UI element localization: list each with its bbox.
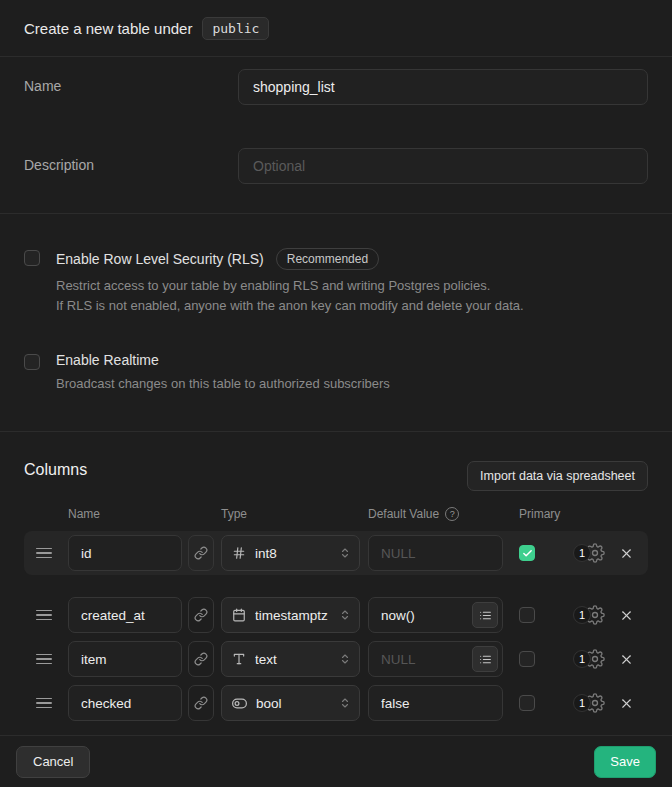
default-value-list-icon[interactable] xyxy=(472,646,498,672)
column-name-input[interactable] xyxy=(68,641,182,677)
hash-icon xyxy=(232,546,246,560)
rls-label: Enable Row Level Security (RLS) xyxy=(56,251,264,267)
drag-handle-icon[interactable] xyxy=(36,548,52,559)
dialog-title: Create a new table under xyxy=(24,20,192,37)
table-row: int8 1 xyxy=(24,531,648,575)
columns-table-header: Name Type Default Value ? Primary xyxy=(24,507,648,521)
column-type-select[interactable]: timestamptz xyxy=(221,597,360,633)
drag-handle-icon[interactable] xyxy=(36,698,52,709)
dialog-header: Create a new table under public xyxy=(0,0,672,57)
columns-section: Columns Import data via spreadsheet Name… xyxy=(0,432,672,735)
primary-key-checkbox[interactable] xyxy=(519,695,535,711)
column-default-input xyxy=(368,535,503,571)
column-type-value: text xyxy=(255,652,330,667)
primary-key-checkbox[interactable] xyxy=(519,545,535,561)
table-row: bool 1 xyxy=(24,681,648,725)
column-name-input[interactable] xyxy=(68,535,182,571)
realtime-description: Broadcast changes on this table to autho… xyxy=(56,374,390,394)
calendar-icon xyxy=(232,608,246,622)
column-type-select[interactable]: int8 xyxy=(221,535,360,571)
rls-toggle-group: Enable Row Level Security (RLS) Recommen… xyxy=(24,248,648,316)
save-button[interactable]: Save xyxy=(594,746,656,778)
settings-count-badge: 1 xyxy=(573,694,591,712)
table-row: timestamptz 1 xyxy=(24,593,648,637)
rls-description: Restrict access to your table by enablin… xyxy=(56,276,524,316)
column-default-input[interactable] xyxy=(368,685,503,721)
column-type-value: int8 xyxy=(255,546,330,561)
import-spreadsheet-button[interactable]: Import data via spreadsheet xyxy=(467,461,648,491)
help-icon[interactable]: ? xyxy=(445,507,459,521)
remove-column-icon[interactable] xyxy=(619,696,634,711)
column-name-input[interactable] xyxy=(68,685,182,721)
column-header-type: Type xyxy=(221,507,368,521)
text-type-icon xyxy=(232,652,246,666)
description-label: Description xyxy=(24,148,238,184)
column-type-select[interactable]: bool xyxy=(221,685,360,721)
drag-handle-icon[interactable] xyxy=(36,654,52,665)
remove-column-icon[interactable] xyxy=(619,608,634,623)
default-value-list-icon[interactable] xyxy=(472,602,498,628)
primary-key-checkbox[interactable] xyxy=(519,607,535,623)
chevrons-up-down-icon xyxy=(339,609,351,621)
table-options-section: Enable Row Level Security (RLS) Recommen… xyxy=(0,214,672,432)
foreign-key-link-icon[interactable] xyxy=(188,597,214,633)
foreign-key-link-icon[interactable] xyxy=(188,641,214,677)
column-header-primary: Primary xyxy=(519,507,560,521)
chevrons-up-down-icon xyxy=(339,697,351,709)
remove-column-icon[interactable] xyxy=(619,546,634,561)
settings-count-badge: 1 xyxy=(573,606,591,624)
table-row: text 1 xyxy=(24,637,648,681)
realtime-label: Enable Realtime xyxy=(56,352,159,368)
table-description-input[interactable] xyxy=(238,148,648,184)
foreign-key-link-icon[interactable] xyxy=(188,685,214,721)
column-name-input[interactable] xyxy=(68,597,182,633)
columns-heading: Columns xyxy=(24,461,87,479)
chevrons-up-down-icon xyxy=(339,653,351,665)
settings-count-badge: 1 xyxy=(573,650,591,668)
column-type-value: bool xyxy=(256,696,330,711)
toggle-icon xyxy=(232,696,247,711)
dialog-footer: Cancel Save xyxy=(0,735,672,787)
realtime-toggle-group: Enable Realtime Broadcast changes on thi… xyxy=(24,352,648,394)
schema-badge: public xyxy=(202,17,269,40)
column-type-value: timestamptz xyxy=(255,608,330,623)
column-type-select[interactable]: text xyxy=(221,641,360,677)
name-label: Name xyxy=(24,69,238,105)
realtime-checkbox[interactable] xyxy=(24,354,40,370)
column-header-default: Default Value ? xyxy=(368,507,519,521)
recommended-badge: Recommended xyxy=(276,248,379,270)
column-header-name: Name xyxy=(68,507,221,521)
create-table-dialog: Create a new table under public Name Des… xyxy=(0,0,672,787)
cancel-button[interactable]: Cancel xyxy=(16,746,90,778)
rls-checkbox[interactable] xyxy=(24,250,40,266)
table-info-section: Name Description xyxy=(0,57,672,214)
remove-column-icon[interactable] xyxy=(619,652,634,667)
settings-count-badge: 1 xyxy=(573,544,591,562)
table-name-input[interactable] xyxy=(238,69,648,105)
primary-key-checkbox[interactable] xyxy=(519,651,535,667)
chevrons-up-down-icon xyxy=(339,547,351,559)
foreign-key-link-icon[interactable] xyxy=(188,535,214,571)
drag-handle-icon[interactable] xyxy=(36,610,52,621)
